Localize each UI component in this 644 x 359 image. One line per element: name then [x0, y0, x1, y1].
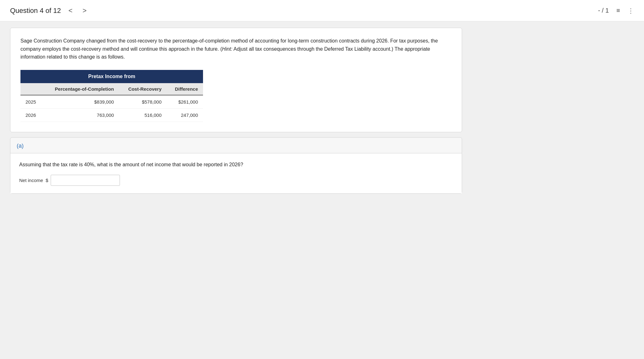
main-content: Sage Construction Company changed from t… — [0, 21, 472, 200]
part-a-card: (a) Assuming that the tax rate is 40%, w… — [10, 137, 462, 194]
table-row-2025: 2025 $839,000 $578,000 $261,000 — [20, 95, 203, 109]
row-2026-year: 2026 — [20, 108, 43, 122]
next-button[interactable]: > — [80, 5, 89, 16]
net-income-input[interactable] — [51, 175, 120, 186]
row-2026-diff: 247,000 — [167, 108, 203, 122]
row-2025-poc: $839,000 — [43, 95, 119, 109]
part-a-question-text: Assuming that the tax rate is 40%, what … — [19, 161, 453, 168]
row-2026-cr: 516,000 — [119, 108, 167, 122]
prev-button[interactable]: < — [66, 5, 75, 16]
row-2026-poc: 763,000 — [43, 108, 119, 122]
col-diff-header: Difference — [167, 83, 203, 95]
col-poc-header: Percentage-of-Completion — [43, 83, 119, 95]
question-title: Question 4 of 12 — [10, 7, 61, 15]
table-main-header: Pretax Income from — [20, 70, 203, 83]
table-subheader-row: Percentage-of-Completion Cost-Recovery D… — [20, 83, 203, 95]
more-options-icon[interactable]: ⋮ — [628, 7, 634, 14]
question-card: Sage Construction Company changed from t… — [10, 28, 462, 132]
row-2025-cr: $578,000 — [119, 95, 167, 109]
net-income-label: Net income — [19, 178, 43, 183]
question-text: Sage Construction Company changed from t… — [20, 37, 452, 61]
dollar-sign: $ — [46, 178, 48, 183]
top-bar: Question 4 of 12 < > - / 1 ≡ ⋮ — [0, 0, 644, 21]
table-row-2026: 2026 763,000 516,000 247,000 — [20, 108, 203, 122]
part-a-question-area: Assuming that the tax rate is 40%, what … — [10, 153, 462, 193]
list-icon[interactable]: ≡ — [616, 7, 620, 14]
hint-label: Hint: — [222, 46, 232, 52]
data-table: Pretax Income from Percentage-of-Complet… — [20, 70, 203, 122]
row-2025-diff: $261,000 — [167, 95, 203, 109]
top-bar-left: Question 4 of 12 < > — [10, 5, 89, 16]
col-year-header — [20, 83, 43, 95]
net-income-input-row: Net income $ — [19, 175, 453, 186]
part-a-label: (a) — [10, 138, 462, 153]
score-display: - / 1 — [598, 7, 609, 14]
top-bar-right: - / 1 ≡ ⋮ — [598, 7, 634, 14]
row-2025-year: 2025 — [20, 95, 43, 109]
table-header-row: Pretax Income from — [20, 70, 203, 83]
col-cr-header: Cost-Recovery — [119, 83, 167, 95]
